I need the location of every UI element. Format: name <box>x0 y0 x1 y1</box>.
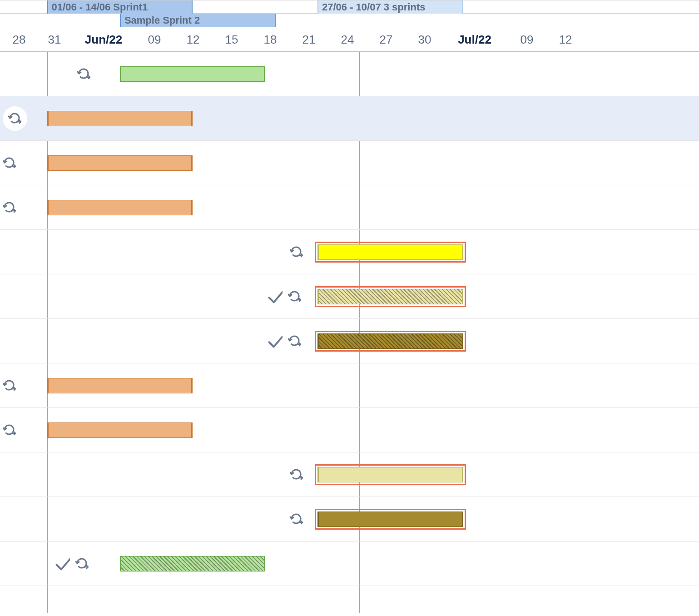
task-row[interactable] <box>0 141 699 185</box>
task-bar[interactable] <box>317 512 463 527</box>
recur-icon <box>8 112 22 125</box>
task-row[interactable] <box>0 230 699 274</box>
row-icons <box>3 156 16 170</box>
task-row[interactable] <box>0 185 699 230</box>
row-icons <box>290 245 303 259</box>
date-tick: 30 <box>411 28 438 52</box>
sprint-bar[interactable]: Sample Sprint 2 <box>120 14 276 27</box>
task-row[interactable] <box>0 363 699 408</box>
row-icons <box>290 512 303 526</box>
date-tick: 24 <box>334 28 361 52</box>
check-icon <box>55 556 70 571</box>
date-tick: 31 <box>41 28 68 52</box>
task-bar[interactable] <box>120 66 266 82</box>
task-bar[interactable] <box>317 333 463 349</box>
row-icons <box>267 333 302 349</box>
task-bar[interactable] <box>317 289 463 304</box>
row-icons <box>3 423 16 437</box>
task-row[interactable] <box>0 408 699 452</box>
date-tick: 12 <box>179 28 207 52</box>
recur-icon <box>290 468 303 482</box>
task-bar[interactable] <box>47 422 193 438</box>
gantt-chart: 01/06 - 14/06 Sprint127/06 - 10/07 3 spr… <box>0 0 699 616</box>
task-row[interactable] <box>0 274 699 319</box>
row-icons <box>3 106 27 131</box>
recur-icon <box>290 512 303 526</box>
date-tick: 27 <box>372 28 400 52</box>
sprint-header-row-1: Sample Sprint 2 <box>0 14 699 27</box>
row-icons <box>3 201 16 214</box>
task-bar[interactable] <box>47 200 193 215</box>
date-header-row: 2831Jun/220912151821242730Jul/220912 <box>0 28 699 52</box>
task-bar[interactable] <box>317 467 463 482</box>
task-row[interactable] <box>0 52 699 96</box>
task-bar[interactable] <box>47 111 193 126</box>
check-icon <box>267 289 283 304</box>
sprint-bar[interactable]: 01/06 - 14/06 Sprint1 <box>47 0 193 14</box>
row-icons <box>267 289 302 304</box>
recur-icon <box>3 201 16 214</box>
task-row[interactable] <box>0 452 699 497</box>
date-tick: 12 <box>552 28 579 52</box>
date-tick: 21 <box>295 28 322 52</box>
date-tick: 15 <box>218 28 245 52</box>
row-icons <box>55 556 89 571</box>
recur-icon <box>3 156 16 170</box>
date-tick: 28 <box>5 28 33 52</box>
recur-icon <box>75 557 89 571</box>
sprint-header-row-0: 01/06 - 14/06 Sprint127/06 - 10/07 3 spr… <box>0 0 699 14</box>
date-tick: 09 <box>513 28 540 52</box>
date-tick: Jun/22 <box>76 28 131 52</box>
check-icon <box>267 333 283 349</box>
recur-icon <box>288 334 302 348</box>
row-icons <box>77 67 91 81</box>
recur-icon <box>77 67 91 81</box>
task-row[interactable] <box>0 497 699 541</box>
recur-icon <box>3 379 16 392</box>
row-icons <box>3 379 16 392</box>
task-bar[interactable] <box>120 556 266 571</box>
recur-icon <box>3 423 16 437</box>
date-tick: 18 <box>257 28 284 52</box>
sprint-bar[interactable]: 27/06 - 10/07 3 sprints <box>317 0 463 14</box>
date-tick: 09 <box>141 28 168 52</box>
task-bar[interactable] <box>47 155 193 171</box>
task-row[interactable] <box>0 541 699 586</box>
task-bar[interactable] <box>317 244 463 260</box>
row-icons <box>290 468 303 482</box>
recur-icon <box>288 290 302 303</box>
task-row[interactable] <box>0 319 699 363</box>
task-bar[interactable] <box>47 378 193 393</box>
gantt-grid <box>0 52 699 586</box>
task-row[interactable] <box>0 96 699 141</box>
recur-icon <box>290 245 303 259</box>
date-tick: Jul/22 <box>447 28 502 52</box>
